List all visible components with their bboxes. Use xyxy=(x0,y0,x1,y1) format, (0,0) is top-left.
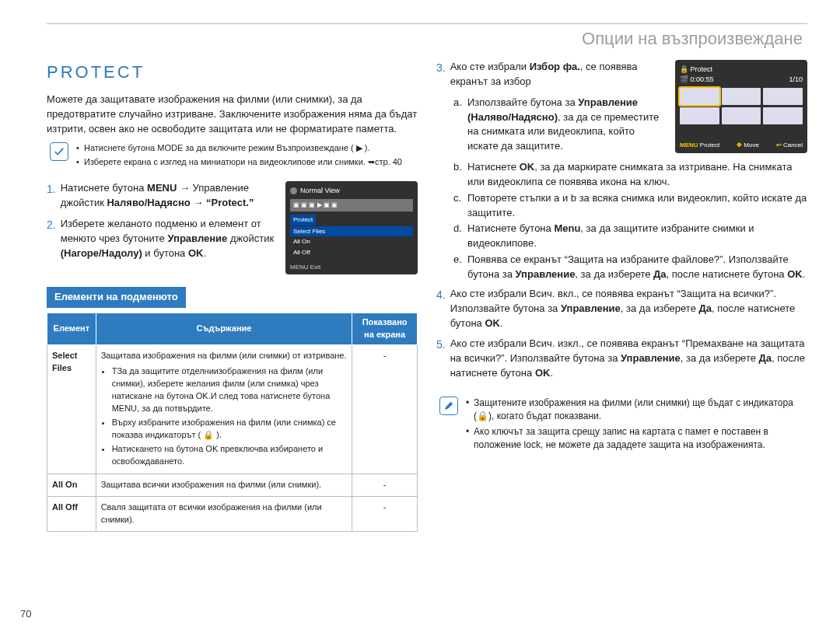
cell-content: Защитава изображения на филми (или снимк… xyxy=(96,345,352,474)
sub-body: Натиснете бутона Menu, за да защитите из… xyxy=(467,222,807,251)
step-number: 4. xyxy=(436,287,446,331)
mode-note-block: Натиснете бутона MODE за да включите реж… xyxy=(50,142,418,170)
protect-title: PROTECT xyxy=(47,60,418,85)
gallery-footer: MENU Protect ✥ Move ↩ Cancel xyxy=(680,141,803,150)
cell-display: - xyxy=(352,474,418,497)
cell-element: Select Files xyxy=(47,345,96,474)
pencil-icon xyxy=(439,397,458,415)
t: Наляво/Надясно xyxy=(107,197,190,208)
t: OK xyxy=(535,367,551,379)
t: Protect xyxy=(691,65,713,73)
t: Управление xyxy=(561,302,621,314)
foot-protect: MENU Protect xyxy=(680,141,719,150)
t: Move xyxy=(744,142,759,149)
cell-element: All On xyxy=(47,474,96,497)
t: , за да изберете xyxy=(575,268,653,280)
mode-note-1: Натиснете бутона MODE за да включите реж… xyxy=(76,142,402,155)
left-column: PROTECT Можете да защитавате изображения… xyxy=(47,60,418,532)
table-row: All Off Сваля защитата от всички изображ… xyxy=(47,497,418,532)
sub-body: Натиснете OK, за да маркирате снимката з… xyxy=(467,160,807,190)
list-item: Натискането на бутона OK превключва изби… xyxy=(112,443,348,468)
thumb xyxy=(722,107,761,124)
t: Натиснете бутона xyxy=(467,222,554,234)
screen-footer: MENU Exit xyxy=(290,263,320,272)
thumb xyxy=(680,107,719,124)
t: Protect xyxy=(700,142,719,149)
t: Menu xyxy=(554,222,580,234)
t: , за да изберете xyxy=(681,352,759,364)
check-icon xyxy=(50,142,68,161)
step-3-screen: 🔒 Protect 🎬 0:00:55 1/10 xyxy=(675,60,807,159)
screen-title: Normal View xyxy=(300,186,340,196)
th-content: Съдържание xyxy=(96,313,352,345)
th-element: Елемент xyxy=(47,313,96,345)
t: Управление xyxy=(516,268,576,280)
t: , после натиснете бутона xyxy=(667,268,788,280)
thumb xyxy=(763,107,803,124)
step-4: 4. Ако сте избрали Всич. вкл., се появяв… xyxy=(436,287,807,331)
menu-protect: Protect xyxy=(290,215,316,225)
menu-all-on: All On xyxy=(290,236,413,247)
step-number: 2. xyxy=(47,217,56,261)
list-item: Върху избраните изображения на филм (или… xyxy=(112,417,348,442)
t: , за да изберете xyxy=(621,302,699,314)
submenu-table: Елемент Съдържание Показвано на екрана S… xyxy=(47,313,418,532)
t: OK xyxy=(520,161,535,173)
submenu-title: Елементи на подменюто xyxy=(47,287,186,308)
cell-content-inner: Защитава изображения на филми (или снимк… xyxy=(101,350,348,467)
gallery-time: 🎬 0:00:55 xyxy=(680,75,714,85)
bottom-note-2: Ако ключът за защита срещу запис на карт… xyxy=(466,425,807,453)
t: Избор фа. xyxy=(530,61,580,72)
menu-all-off: All Off xyxy=(290,247,413,258)
screen-menu: Protect Select Files All On All Off xyxy=(290,215,413,257)
list-item: TЗа да защитите отделниизображения на фи… xyxy=(112,365,348,415)
two-column-layout: PROTECT Можете да защитавате изображения… xyxy=(0,60,840,532)
sub-body: Повторете стъпки a и b за всяка снимка и… xyxy=(467,191,807,221)
gallery-title: 🔒 Protect xyxy=(680,65,712,75)
steps-1-2: 1. Натиснете бутона MENU → Управление дж… xyxy=(47,181,276,274)
mode-note-2: Изберете екрана с изглед на миниатюри на… xyxy=(76,156,402,169)
gallery-info: 🎬 0:00:55 1/10 xyxy=(680,75,803,85)
sub-body: Появява се екранът “Защита на избраните … xyxy=(467,253,807,282)
right-column: 3. Ако сте избрали Избор фа., се появява… xyxy=(436,60,807,532)
thumb xyxy=(722,88,761,105)
sub-body: Използвайте бутона за Управление (Наляво… xyxy=(467,96,666,154)
t: Използвайте бутона за xyxy=(467,96,578,108)
t: Управление xyxy=(167,232,227,244)
intro-paragraph: Можете да защитавате изображения на филм… xyxy=(47,93,418,137)
table-row: Select Files Защитава изображения на фил… xyxy=(47,345,418,474)
manual-page: Опции на възпроизвеждане PROTECT Можете … xyxy=(0,0,840,643)
section-header: Опции на възпроизвеждане xyxy=(0,24,840,60)
t: 0:00:55 xyxy=(691,75,714,83)
t: Да xyxy=(759,352,772,364)
t: Натиснете бутона xyxy=(61,182,147,194)
t: . xyxy=(500,317,503,329)
letter: a. xyxy=(453,96,464,154)
letter: e. xyxy=(453,253,464,282)
t: Да xyxy=(653,268,667,280)
step-3-b-e: b.Натиснете OK, за да маркирате снимката… xyxy=(453,160,807,282)
camera-screen-gallery: 🔒 Protect 🎬 0:00:55 1/10 xyxy=(675,60,807,153)
letter: b. xyxy=(453,160,464,190)
screen-titlebar: Normal View xyxy=(290,186,413,196)
step-5: 5. Ако сте избрали Всич. изкл., се появя… xyxy=(436,337,807,381)
camera-screen-menu: Normal View ▣ ▣ ▣ ▶ ▣ ▣ Protect Select F… xyxy=(285,181,418,274)
t: OK xyxy=(485,317,500,329)
cell-display: - xyxy=(352,345,418,474)
t: “Protect.” xyxy=(206,197,254,208)
cell-display: - xyxy=(352,497,418,532)
step-number: 1. xyxy=(47,181,56,211)
t: Управление xyxy=(621,352,681,364)
t: OK xyxy=(188,247,204,259)
step-5-body: Ако сте избрали Всич. изкл., се появява … xyxy=(450,337,807,381)
step-number: 5. xyxy=(436,337,446,381)
mode-note-list: Натиснете бутона MODE за да включите реж… xyxy=(76,142,402,170)
t: OK xyxy=(787,268,803,280)
t: MENU xyxy=(147,182,177,194)
step-2-body: Изберете желаното подменю и елемент от м… xyxy=(61,217,276,261)
step-4-body: Ако сте избрали Всич. вкл., се появява е… xyxy=(450,287,807,331)
step-1: 1. Натиснете бутона MENU → Управление дж… xyxy=(47,181,276,211)
bottom-note-list: Защитените изображения на филми (или сни… xyxy=(466,397,807,454)
cell-content: Сваля защитата от всички изображения на … xyxy=(96,497,352,532)
t: Ако сте избрали xyxy=(450,61,530,72)
